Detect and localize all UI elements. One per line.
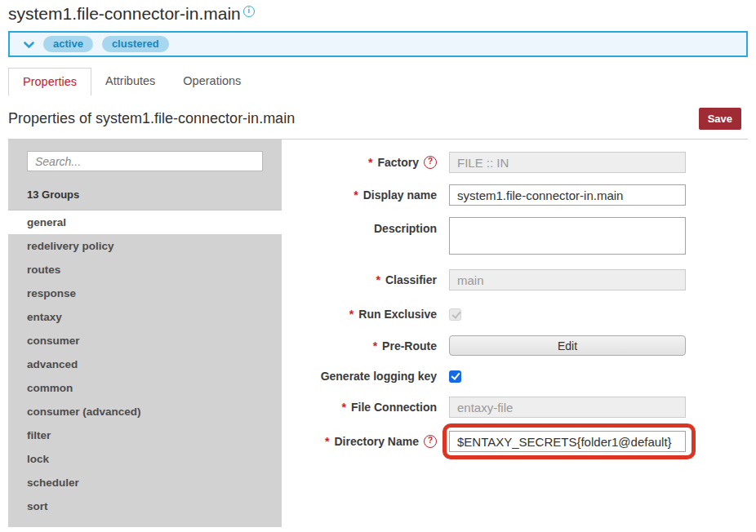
status-badge-clustered: clustered [102, 36, 169, 52]
field-row-pre-route: * Pre-Route Edit [282, 335, 748, 356]
group-list: general redelivery policy routes respons… [8, 210, 282, 518]
field-row-display-name: * Display name [282, 184, 748, 206]
generate-logging-key-checkbox[interactable] [449, 370, 461, 383]
description-textarea[interactable] [449, 217, 686, 255]
directory-name-label: * Directory Name ? [282, 435, 437, 448]
sidebar-item-routes[interactable]: routes [8, 258, 282, 282]
page-title-text: system1.file-connector-in.main [8, 4, 241, 23]
search-input[interactable] [27, 151, 263, 171]
sidebar-item-entaxy[interactable]: entaxy [8, 305, 282, 329]
pre-route-edit-button[interactable]: Edit [449, 335, 686, 356]
generate-logging-key-label: Generate logging key [282, 370, 437, 383]
sidebar-item-general[interactable]: general [8, 211, 282, 234]
tab-bar: Properties Attributes Operations [8, 68, 748, 95]
sidebar-item-consumer-advanced[interactable]: consumer (advanced) [8, 400, 282, 423]
display-name-label: * Display name [282, 188, 437, 202]
required-marker: * [342, 401, 346, 414]
sidebar-item-filter[interactable]: filter [8, 423, 282, 447]
field-row-run-exclusive: * Run Exclusive [282, 308, 748, 321]
status-collapse-bar[interactable]: active clustered [8, 31, 748, 57]
sidebar-item-scheduler[interactable]: scheduler [8, 471, 282, 494]
directory-name-input[interactable] [449, 431, 686, 452]
required-marker: * [376, 273, 380, 286]
chevron-down-icon[interactable] [24, 42, 34, 49]
field-row-file-connection: * File Connection [282, 397, 748, 418]
properties-form: * Factory ? * Display name [282, 140, 748, 527]
file-connection-input [449, 397, 686, 418]
required-marker: * [325, 435, 329, 448]
field-row-factory: * Factory ? [282, 152, 748, 173]
run-exclusive-label: * Run Exclusive [282, 308, 437, 321]
field-row-classifier: * Classifier [282, 269, 748, 290]
field-row-directory-name: * Directory Name ? [282, 431, 748, 452]
sidebar-item-sort[interactable]: sort [8, 494, 282, 518]
help-icon[interactable]: ? [424, 156, 437, 169]
sidebar-item-response[interactable]: response [8, 282, 282, 305]
status-badge-active: active [43, 36, 93, 52]
sidebar-item-lock[interactable]: lock [8, 447, 282, 471]
required-marker: * [368, 156, 372, 169]
section-header: Properties of system1.file-connector-in.… [8, 108, 748, 130]
field-row-description: Description [282, 217, 748, 258]
help-icon[interactable]: ? [424, 435, 437, 448]
factory-input [449, 152, 686, 173]
section-title: Properties of system1.file-connector-in.… [8, 110, 295, 127]
field-row-generate-logging-key: Generate logging key [282, 370, 748, 383]
display-name-input[interactable] [449, 184, 686, 206]
sidebar-item-common[interactable]: common [8, 376, 282, 400]
required-marker: * [373, 339, 377, 352]
required-marker: * [349, 308, 354, 321]
sidebar-item-advanced[interactable]: advanced [8, 352, 282, 376]
file-connection-label: * File Connection [282, 401, 437, 414]
factory-label: * Factory ? [282, 156, 437, 169]
tab-attributes[interactable]: Attributes [91, 68, 169, 95]
page-title: system1.file-connector-in.maini [8, 4, 748, 24]
info-icon[interactable]: i [243, 6, 255, 17]
classifier-input [449, 269, 686, 290]
description-label: Description [282, 217, 437, 235]
tab-properties[interactable]: Properties [8, 68, 91, 95]
run-exclusive-checkbox [449, 308, 461, 321]
tab-operations[interactable]: Operations [169, 68, 255, 95]
required-marker: * [354, 188, 358, 202]
groups-count-label: 13 Groups [27, 188, 282, 201]
sidebar-item-consumer[interactable]: consumer [8, 329, 282, 352]
pre-route-label: * Pre-Route [282, 339, 437, 352]
sidebar-item-redelivery-policy[interactable]: redelivery policy [8, 234, 282, 258]
groups-sidebar: 13 Groups general redelivery policy rout… [8, 140, 282, 527]
classifier-label: * Classifier [282, 273, 437, 286]
save-button[interactable]: Save [699, 108, 741, 130]
